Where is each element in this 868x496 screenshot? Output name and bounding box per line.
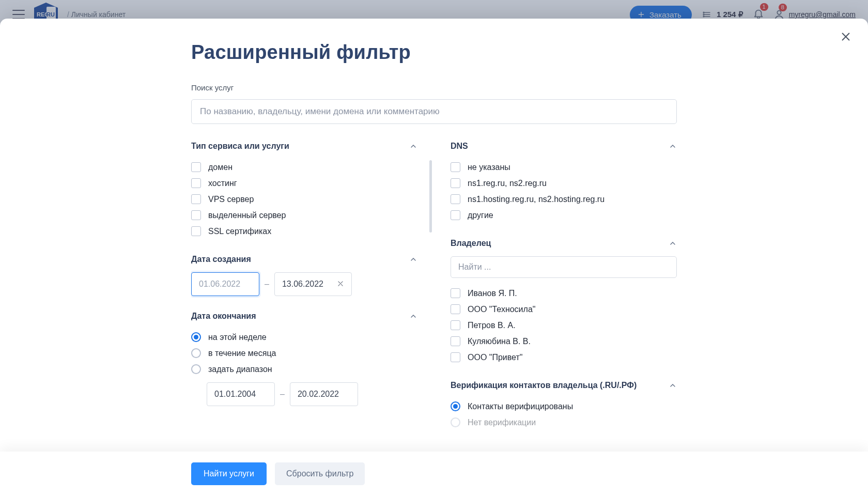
chevron-up-icon — [409, 312, 417, 320]
search-label: Поиск услуг — [191, 83, 677, 92]
svc-option[interactable]: VPS сервер — [191, 191, 417, 207]
dns-label: ns1.reg.ru, ns2.reg.ru — [468, 179, 547, 188]
checkbox[interactable] — [451, 194, 460, 204]
expiry-from-input[interactable]: 01.01.2004 — [207, 382, 275, 406]
chevron-up-icon — [409, 255, 417, 264]
section-service-type: Тип сервиса или услуги домен хостинг VPS… — [191, 142, 417, 239]
chevron-up-icon — [669, 381, 677, 390]
creation-from-input[interactable]: 01.06.2022 — [191, 272, 259, 296]
date-dash: – — [280, 390, 285, 399]
verify-option-yes[interactable]: Контакты верифицированы — [451, 398, 677, 414]
checkbox[interactable] — [191, 194, 201, 204]
expiry-option-range[interactable]: задать диапазон — [191, 361, 417, 377]
owner-option[interactable]: ООО "Техносила" — [451, 301, 677, 317]
dns-option[interactable]: не указаны — [451, 159, 677, 175]
section-head-expiry[interactable]: Дата окончания — [191, 312, 417, 321]
section-title: Дата создания — [191, 255, 251, 264]
section-head-dns[interactable]: DNS — [451, 142, 677, 151]
radio[interactable] — [191, 364, 201, 374]
section-expiry-date: Дата окончания на этой неделе в течение … — [191, 312, 417, 406]
checkbox[interactable] — [451, 162, 460, 172]
owner-option[interactable]: ООО "Привет" — [451, 349, 677, 365]
owner-label: Куляюбина В. В. — [468, 337, 531, 346]
section-head-owner[interactable]: Владелец — [451, 239, 677, 248]
svc-label: хостинг — [208, 179, 237, 188]
chevron-up-icon — [669, 239, 677, 247]
checkbox[interactable] — [451, 210, 460, 220]
search-input[interactable] — [191, 99, 677, 124]
checkbox[interactable] — [191, 178, 201, 188]
owner-option[interactable]: Куляюбина В. В. — [451, 333, 677, 349]
reset-filter-button[interactable]: Сбросить фильтр — [275, 462, 365, 485]
checkbox[interactable] — [191, 162, 201, 172]
radio-label: Контакты верифицированы — [468, 402, 573, 411]
radio[interactable] — [451, 401, 460, 411]
dns-label: не указаны — [468, 163, 510, 172]
radio-label: Нет верификации — [468, 418, 536, 427]
section-head-verification[interactable]: Верификация контактов владельца (.RU/.РФ… — [451, 381, 677, 390]
section-head-creation[interactable]: Дата создания — [191, 255, 417, 264]
checkbox[interactable] — [451, 304, 460, 314]
radio-label: в течение месяца — [208, 349, 276, 358]
scrollbar[interactable] — [429, 160, 432, 233]
modal-footer: Найти услуги Сбросить фильтр — [0, 452, 868, 496]
owner-option[interactable]: Иванов Я. П. — [451, 285, 677, 301]
filter-left-column: Тип сервиса или услуги домен хостинг VPS… — [191, 142, 417, 430]
owner-label: Петров В. А. — [468, 321, 516, 330]
date-placeholder: 01.06.2022 — [199, 280, 240, 289]
dns-option[interactable]: ns1.hosting.reg.ru, ns2.hosting.reg.ru — [451, 191, 677, 207]
verify-option-no[interactable]: Нет верификации — [451, 414, 677, 430]
date-value: 01.01.2004 — [214, 390, 256, 399]
svc-label: SSL сертификах — [208, 227, 271, 236]
owner-label: ООО "Привет" — [468, 353, 523, 362]
expiry-to-input[interactable]: 20.02.2022 — [290, 382, 358, 406]
filter-right-column: DNS не указаны ns1.reg.ru, ns2.reg.ru ns… — [451, 142, 677, 430]
date-dash: – — [265, 280, 269, 289]
dns-option[interactable]: другие — [451, 207, 677, 223]
owner-option[interactable]: Петров В. А. — [451, 317, 677, 333]
dns-label: другие — [468, 211, 493, 220]
section-title: DNS — [451, 142, 468, 151]
clear-date-icon[interactable] — [337, 280, 344, 289]
date-value: 13.06.2022 — [282, 280, 323, 289]
section-head-service-type[interactable]: Тип сервиса или услуги — [191, 142, 417, 151]
owner-label: ООО "Техносила" — [468, 305, 535, 314]
owner-search-input[interactable] — [451, 256, 677, 278]
creation-to-input[interactable]: 13.06.2022 — [274, 272, 352, 296]
chevron-up-icon — [409, 142, 417, 150]
svc-label: выделенный сервер — [208, 211, 286, 220]
expiry-option-week[interactable]: на этой неделе — [191, 329, 417, 345]
section-dns: DNS не указаны ns1.reg.ru, ns2.reg.ru ns… — [451, 142, 677, 223]
section-verification: Верификация контактов владельца (.RU/.РФ… — [451, 381, 677, 430]
checkbox[interactable] — [451, 320, 460, 330]
radio[interactable] — [191, 348, 201, 358]
svc-option[interactable]: выделенный сервер — [191, 207, 417, 223]
expiry-option-month[interactable]: в течение месяца — [191, 345, 417, 361]
svc-label: VPS сервер — [208, 195, 254, 204]
checkbox[interactable] — [191, 226, 201, 236]
checkbox[interactable] — [451, 178, 460, 188]
section-title: Дата окончания — [191, 312, 256, 321]
checkbox[interactable] — [451, 336, 460, 346]
svc-label: домен — [208, 163, 233, 172]
radio[interactable] — [451, 417, 460, 427]
section-title: Владелец — [451, 239, 491, 248]
checkbox[interactable] — [451, 352, 460, 362]
radio-label: задать диапазон — [208, 365, 272, 374]
dns-option[interactable]: ns1.reg.ru, ns2.reg.ru — [451, 175, 677, 191]
close-icon — [840, 31, 851, 42]
svc-option[interactable]: домен — [191, 159, 417, 175]
close-button[interactable] — [837, 28, 855, 45]
section-owner: Владелец Иванов Я. П. ООО "Техносила" Пе… — [451, 239, 677, 365]
svc-option[interactable]: SSL сертификах — [191, 223, 417, 239]
apply-filter-button[interactable]: Найти услуги — [191, 462, 267, 485]
svc-option[interactable]: хостинг — [191, 175, 417, 191]
owner-label: Иванов Я. П. — [468, 289, 517, 298]
dns-label: ns1.hosting.reg.ru, ns2.hosting.reg.ru — [468, 195, 605, 204]
date-value: 20.02.2022 — [298, 390, 339, 399]
checkbox[interactable] — [451, 288, 460, 298]
section-title: Тип сервиса или услуги — [191, 142, 289, 151]
checkbox[interactable] — [191, 210, 201, 220]
modal-title: Расширенный фильтр — [191, 41, 677, 64]
radio[interactable] — [191, 332, 201, 342]
